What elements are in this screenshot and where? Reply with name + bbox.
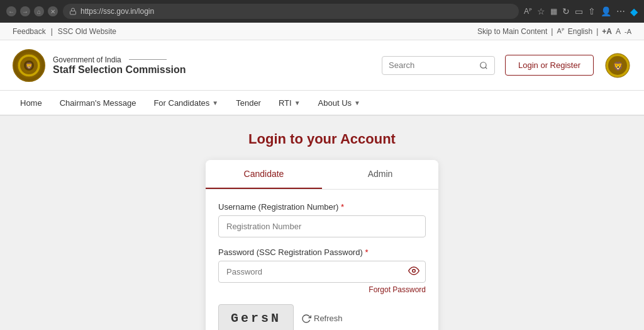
text-large-btn[interactable]: +A [602,27,612,36]
nav-for-candidates[interactable]: For Candidates ▼ [146,93,226,113]
login-form: Username (Registration Number) * Passwor… [206,190,438,330]
login-register-button[interactable]: Login or Register [505,55,594,76]
address-bar[interactable]: https://ssc.gov.in/login [63,4,519,19]
dropdown-icon-candidates: ▼ [212,100,218,106]
search-input[interactable] [389,60,475,70]
search-icon[interactable] [479,60,488,71]
svg-text:🦁: 🦁 [613,61,624,72]
svg-rect-0 [70,11,76,15]
utility-left: Feedback | SSC Old Website [13,27,116,36]
page-title: Login to your Account [248,131,396,147]
logo-section: 🦁 Government of India Staff Selection Co… [13,49,186,82]
search-box[interactable] [382,56,495,75]
share-icon[interactable]: ⇧ [588,6,596,16]
forward-button[interactable]: → [20,6,30,16]
url-text: https://ssc.gov.in/login [80,7,154,16]
nav-about-us[interactable]: About Us ▼ [311,93,368,113]
header: 🦁 Government of India Staff Selection Co… [0,40,644,91]
language-icon: Aᴾ [557,27,564,35]
password-required: * [365,248,368,257]
org-label: Staff Selection Commission [53,64,186,76]
header-right-emblem: 🦁 [604,52,631,79]
main-content: Login to your Account Candidate Admin Us… [0,116,644,330]
password-group: Password (SSC Registration Password) * F… [218,248,426,294]
edge-icon: ◆ [630,6,638,18]
close-button[interactable]: ✕ [48,6,58,16]
old-website-link[interactable]: SSC Old Website [58,27,116,36]
text-small-btn[interactable]: -A [625,28,631,35]
password-wrapper [218,261,426,283]
svg-point-6 [480,62,486,67]
extensions-icon[interactable]: ▦ [550,7,557,16]
nav-chairmans-message[interactable]: Chairman's Message [52,93,144,113]
captcha-image: GersN [218,304,294,330]
svg-point-10 [413,269,416,272]
browser-right-controls: Aᴾ ☆ ▦ ↻ ▭ ⇧ 👤 ⋯ ◆ [524,6,638,18]
nav-rti[interactable]: RTI ▼ [271,93,308,113]
refresh-icon[interactable]: ↻ [562,6,570,16]
refresh-captcha-button[interactable]: Refresh [301,314,343,324]
gov-label: Government of India [53,55,186,64]
browser-chrome: ← → ⌂ ✕ https://ssc.gov.in/login Aᴾ ☆ ▦ … [0,0,644,23]
eye-icon[interactable] [408,265,419,279]
utility-sep3: | [596,27,598,36]
duplicate-icon[interactable]: ▭ [575,6,583,16]
password-label: Password (SSC Registration Password) * [218,248,426,257]
refresh-icon [301,314,311,324]
username-group: Username (Registration Number) * [218,202,426,237]
logo-text: Government of India Staff Selection Comm… [53,55,186,76]
header-center: Login or Register 🦁 [382,52,631,79]
username-label: Username (Registration Number) * [218,202,426,212]
password-input[interactable] [218,261,426,283]
home-button[interactable]: ⌂ [34,6,44,16]
utility-sep2: | [551,27,553,36]
back-button[interactable]: ← [6,6,16,16]
nav-home[interactable]: Home [13,93,50,113]
tab-bar: Candidate Admin [206,160,438,190]
dropdown-icon-rti: ▼ [294,100,301,106]
dropdown-icon-about: ▼ [354,100,360,106]
refresh-label: Refresh [314,314,343,323]
forgot-password-link[interactable]: Forgot Password [218,285,426,294]
feedback-link[interactable]: Feedback [13,27,46,36]
tab-candidate[interactable]: Candidate [206,160,322,189]
svg-text:🦁: 🦁 [25,62,33,70]
language-label[interactable]: English [568,27,592,36]
text-normal-btn[interactable]: A [616,27,621,36]
utility-bar: Feedback | SSC Old Website Skip to Main … [0,23,644,40]
star-icon[interactable]: ☆ [537,6,545,16]
captcha-row: GersN Refresh [218,304,426,330]
username-required: * [341,202,344,212]
ashoka-emblem-icon: 🦁 [17,54,41,77]
utility-separator: | [51,27,53,36]
username-input[interactable] [218,215,426,237]
nav-tender[interactable]: Tender [228,93,269,113]
profile-icon[interactable]: 👤 [601,6,611,16]
utility-right: Skip to Main Content | Aᴾ English | +A A… [477,27,631,36]
lock-icon [69,8,77,15]
login-card: Candidate Admin Username (Registration N… [206,160,438,330]
tab-admin[interactable]: Admin [322,160,438,189]
browser-controls: ← → ⌂ ✕ [6,6,58,16]
translate-icon[interactable]: Aᴾ [524,7,532,16]
more-icon[interactable]: ⋯ [616,6,625,16]
logo-emblem: 🦁 [13,49,45,82]
nav-bar: Home Chairman's Message For Candidates ▼… [0,91,644,116]
skip-main-link[interactable]: Skip to Main Content [477,27,547,36]
